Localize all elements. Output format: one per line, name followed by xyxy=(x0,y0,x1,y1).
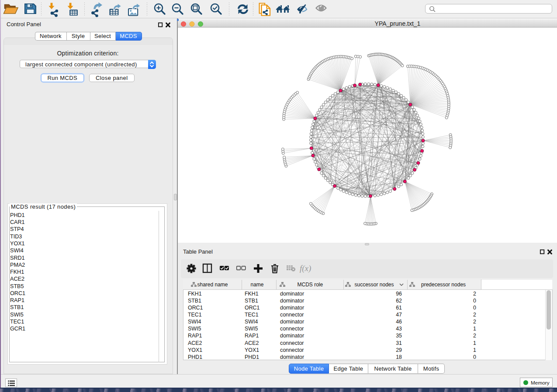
svg-text:f(x): f(x) xyxy=(300,264,311,273)
